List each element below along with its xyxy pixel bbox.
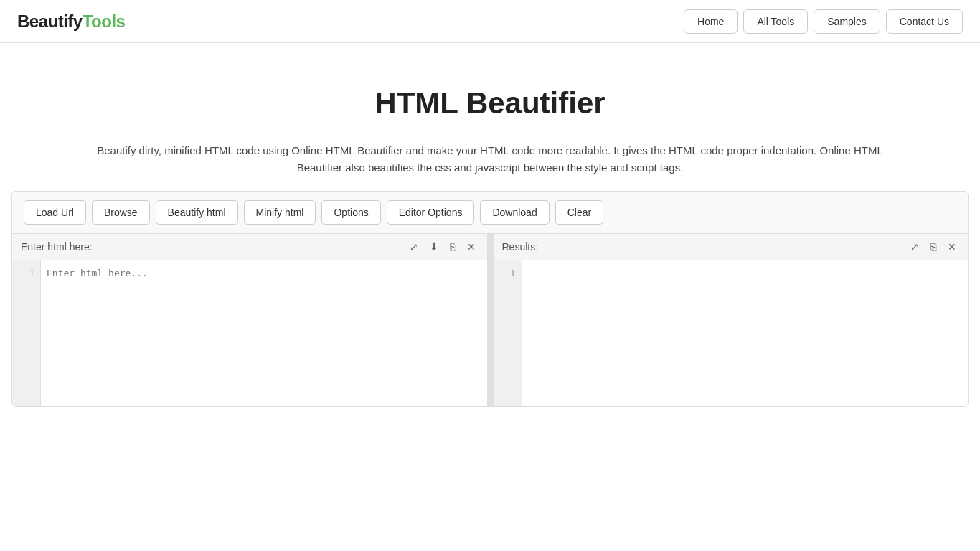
editors-row: Enter html here: ⤢ ⬇ ⎘ ✕ 1 Results: (12, 234, 968, 406)
tool-container: Load UrlBrowseBeautify htmlMinify htmlOp… (11, 191, 969, 407)
copy-icon[interactable]: ⎘ (447, 240, 458, 254)
close-result-icon[interactable]: ✕ (945, 240, 959, 254)
output-panel-header: Results: ⤢ ⎘ ✕ (494, 234, 969, 260)
output-panel-title: Results: (502, 241, 539, 253)
copy-result-icon[interactable]: ⎘ (928, 240, 939, 254)
options-button[interactable]: Options (321, 200, 380, 225)
html-output (522, 260, 969, 406)
expand-icon[interactable]: ⤢ (407, 240, 421, 254)
output-panel-icons: ⤢ ⎘ ✕ (908, 240, 959, 254)
description-text: Beautify dirty, minified HTML code using… (60, 142, 920, 176)
input-editor-body: 1 (12, 260, 487, 406)
output-editor-body: 1 (494, 260, 969, 406)
output-line-numbers: 1 (494, 260, 522, 406)
input-panel: Enter html here: ⤢ ⬇ ⎘ ✕ 1 (12, 234, 488, 406)
logo-green: Tools (83, 11, 126, 31)
input-panel-icons: ⤢ ⬇ ⎘ ✕ (407, 240, 479, 254)
input-panel-header: Enter html here: ⤢ ⬇ ⎘ ✕ (12, 234, 487, 260)
minify-html-button[interactable]: Minify html (244, 200, 316, 225)
all-tools-link[interactable]: All Tools (743, 9, 808, 34)
expand-result-icon[interactable]: ⤢ (908, 240, 922, 254)
download-button[interactable]: Download (480, 200, 549, 225)
home-link[interactable]: Home (684, 9, 738, 34)
logo: BeautifyTools (17, 11, 125, 32)
panel-divider (488, 234, 494, 406)
logo-black: Beautify (17, 11, 83, 31)
output-line-number-1: 1 (494, 266, 522, 281)
toolbar: Load UrlBrowseBeautify htmlMinify htmlOp… (12, 192, 968, 234)
page-title: HTML Beautifier (14, 86, 966, 121)
input-panel-title: Enter html here: (21, 241, 93, 253)
contact-us-link[interactable]: Contact Us (886, 9, 963, 34)
editor-options-button[interactable]: Editor Options (387, 200, 475, 225)
input-line-numbers: 1 (12, 260, 41, 406)
hero-section: HTML Beautifier (0, 43, 980, 142)
line-number-1: 1 (12, 266, 40, 281)
nav-links: HomeAll ToolsSamplesContact Us (684, 9, 963, 34)
navbar: BeautifyTools HomeAll ToolsSamplesContac… (0, 0, 980, 43)
browse-button[interactable]: Browse (92, 200, 150, 225)
samples-link[interactable]: Samples (814, 9, 880, 34)
output-panel: Results: ⤢ ⎘ ✕ 1 (494, 234, 969, 406)
import-icon[interactable]: ⬇ (427, 240, 441, 254)
load-url-button[interactable]: Load Url (24, 200, 86, 225)
html-input[interactable] (41, 260, 487, 406)
close-icon[interactable]: ✕ (464, 240, 479, 254)
clear-button[interactable]: Clear (555, 200, 603, 225)
beautify-html-button[interactable]: Beautify html (156, 200, 238, 225)
